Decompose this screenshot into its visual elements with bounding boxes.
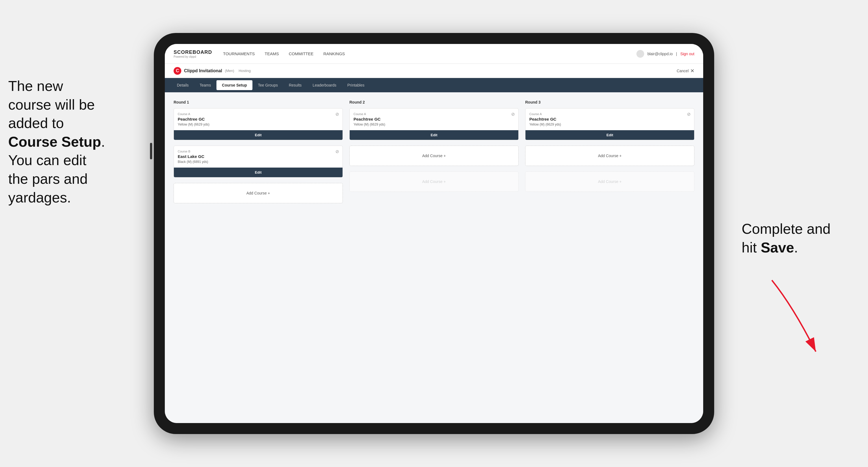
round-3-header: Round 3	[525, 100, 694, 104]
annotation-left: The new course will be added to Course S…	[8, 77, 151, 207]
round1-course-b-delete-icon[interactable]: ⊘	[334, 149, 340, 154]
separator: |	[676, 52, 677, 56]
round2-course-a-details: Yellow (M) (6629 yds)	[353, 123, 515, 126]
round1-course-b-card: ⊘ Course B East Lake GC Black (M) (6891 …	[174, 146, 343, 178]
round-2-column: Round 2 ⊘ Course A Peachtree GC Yellow (…	[349, 100, 519, 206]
round3-course-a-card: ⊘ Course A Peachtree GC Yellow (M) (6629…	[525, 108, 694, 140]
tab-details[interactable]: Details	[172, 80, 194, 90]
logo-area: SCOREBOARD Powered by clippd	[174, 50, 212, 58]
nav-tournaments[interactable]: TOURNAMENTS	[223, 50, 255, 57]
tab-tee-groups[interactable]: Tee Groups	[252, 80, 283, 90]
cancel-button[interactable]: Cancel ✕	[677, 68, 694, 74]
round2-course-a-delete-icon[interactable]: ⊘	[510, 111, 516, 117]
round2-course-a-card: ⊘ Course A Peachtree GC Yellow (M) (6629…	[349, 108, 519, 140]
round3-course-a-name: Peachtree GC	[529, 117, 690, 121]
round1-course-b-name: East Lake GC	[178, 154, 339, 159]
round1-add-course-button[interactable]: Add Course +	[174, 183, 343, 203]
gender-badge: (Men)	[225, 69, 234, 73]
round1-course-b-label: Course B	[178, 150, 339, 153]
annotation-right: Complete and hit Save.	[742, 220, 851, 257]
tablet-frame: SCOREBOARD Powered by clippd TOURNAMENTS…	[154, 33, 714, 434]
nav-links: TOURNAMENTS TEAMS COMMITTEE RANKINGS	[223, 50, 637, 57]
round1-course-b-edit-button[interactable]: Edit	[174, 167, 343, 177]
close-icon: ✕	[690, 68, 694, 74]
round1-course-b-details: Black (M) (6891 yds)	[178, 160, 339, 164]
sub-header: C Clippd Invitational (Men) Hosting Canc…	[165, 64, 703, 78]
round1-course-a-edit-button[interactable]: Edit	[174, 130, 343, 140]
round1-course-a-name: Peachtree GC	[178, 117, 339, 121]
round1-course-a-card: ⊘ Course A Peachtree GC Yellow (M) (6629…	[174, 108, 343, 140]
round-2-header: Round 2	[349, 100, 519, 104]
tournament-title: Clippd Invitational	[184, 68, 222, 73]
sign-out-link[interactable]: Sign out	[680, 52, 694, 56]
round2-add-course-2-button: Add Course +	[349, 172, 519, 192]
round-1-column: Round 1 ⊘ Course A Peachtree GC Yellow (…	[174, 100, 343, 206]
round3-add-course-2-button: Add Course +	[525, 172, 694, 192]
logo-scoreboard: SCOREBOARD	[174, 50, 212, 55]
tab-leaderboards[interactable]: Leaderboards	[307, 80, 342, 90]
tab-results[interactable]: Results	[283, 80, 307, 90]
round3-course-a-delete-icon[interactable]: ⊘	[686, 111, 691, 117]
c-logo: C	[174, 67, 181, 75]
round1-course-a-details: Yellow (M) (6629 yds)	[178, 123, 339, 126]
round1-course-a-label: Course A	[178, 112, 339, 116]
tab-course-setup[interactable]: Course Setup	[216, 80, 252, 90]
round2-course-a-name: Peachtree GC	[353, 117, 515, 121]
tab-teams[interactable]: Teams	[194, 80, 216, 90]
round-1-header: Round 1	[174, 100, 343, 104]
round1-course-a-delete-icon[interactable]: ⊘	[334, 111, 340, 117]
nav-rankings[interactable]: RANKINGS	[323, 50, 345, 57]
rounds-grid: Round 1 ⊘ Course A Peachtree GC Yellow (…	[174, 100, 694, 206]
nav-right: blair@clippd.io | Sign out	[637, 50, 694, 58]
logo-powered: Powered by clippd	[174, 55, 212, 58]
arrow-right-pointer	[750, 275, 846, 371]
tablet-screen: SCOREBOARD Powered by clippd TOURNAMENTS…	[165, 44, 703, 423]
user-avatar	[637, 50, 644, 58]
round3-course-a-details: Yellow (M) (6629 yds)	[529, 123, 690, 126]
nav-teams[interactable]: TEAMS	[265, 50, 279, 57]
tournament-name-area: C Clippd Invitational (Men) Hosting	[174, 67, 251, 75]
tab-printables[interactable]: Printables	[342, 80, 370, 90]
tabs-bar: Details Teams Course Setup Tee Groups Re…	[165, 78, 703, 92]
round3-add-course-button[interactable]: Add Course +	[525, 146, 694, 166]
round2-add-course-button[interactable]: Add Course +	[349, 146, 519, 166]
round2-course-a-label: Course A	[353, 112, 515, 116]
round2-course-a-edit-button[interactable]: Edit	[350, 130, 518, 140]
round3-course-a-label: Course A	[529, 112, 690, 116]
round-3-column: Round 3 ⊘ Course A Peachtree GC Yellow (…	[525, 100, 694, 206]
top-nav: SCOREBOARD Powered by clippd TOURNAMENTS…	[165, 44, 703, 64]
nav-committee[interactable]: COMMITTEE	[289, 50, 313, 57]
hosting-badge: Hosting	[239, 69, 251, 73]
user-email: blair@clippd.io	[647, 52, 673, 56]
round3-course-a-edit-button[interactable]: Edit	[525, 130, 694, 140]
main-content: Round 1 ⊘ Course A Peachtree GC Yellow (…	[165, 92, 703, 423]
